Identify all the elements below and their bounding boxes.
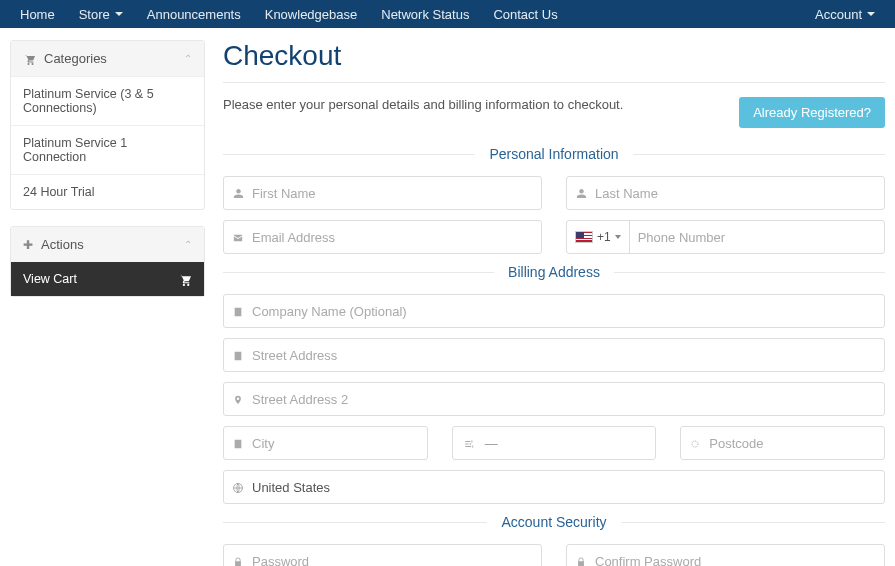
phone-code: +1 <box>597 230 611 244</box>
category-item[interactable]: Platinum Service (3 & 5 Connections) <box>11 76 204 125</box>
phone-input[interactable] <box>630 221 884 253</box>
sidebar: Categories ⌃ Platinum Service (3 & 5 Con… <box>10 40 205 566</box>
confirm-password-input[interactable] <box>595 545 884 566</box>
phone-field[interactable]: +1 <box>566 220 885 254</box>
nav-account[interactable]: Account <box>803 7 887 22</box>
envelope-icon <box>224 230 252 244</box>
page-subhead: Please enter your personal details and b… <box>223 97 623 112</box>
nav-store[interactable]: Store <box>67 7 135 22</box>
flag-us-icon <box>575 231 593 243</box>
nav-network-status[interactable]: Network Status <box>369 7 481 22</box>
nav-announcements[interactable]: Announcements <box>135 7 253 22</box>
categories-panel: Categories ⌃ Platinum Service (3 & 5 Con… <box>10 40 205 210</box>
lock-icon <box>224 554 252 566</box>
building-icon <box>224 436 252 450</box>
section-billing: Billing Address <box>223 264 885 280</box>
category-item[interactable]: 24 Hour Trial <box>11 174 204 209</box>
street1-field[interactable] <box>223 338 885 372</box>
email-field[interactable] <box>223 220 542 254</box>
street2-input[interactable] <box>252 383 884 415</box>
postcode-field[interactable] <box>680 426 885 460</box>
section-label: Personal Information <box>475 146 632 162</box>
last-name-input[interactable] <box>595 177 884 209</box>
city-input[interactable] <box>252 427 427 459</box>
building-icon <box>224 304 252 318</box>
confirm-password-field[interactable] <box>566 544 885 566</box>
user-icon <box>567 186 595 200</box>
country-select[interactable]: United States <box>223 470 885 504</box>
nav-account-label: Account <box>815 7 862 22</box>
svg-point-0 <box>692 441 698 447</box>
email-input[interactable] <box>252 221 541 253</box>
main-content: Checkout Please enter your personal deta… <box>223 40 885 566</box>
last-name-field[interactable] <box>566 176 885 210</box>
lock-icon <box>567 554 595 566</box>
company-field[interactable] <box>223 294 885 328</box>
country-value: United States <box>252 480 330 495</box>
cart-icon <box>23 52 36 66</box>
page-title: Checkout <box>223 40 885 83</box>
password-field[interactable] <box>223 544 542 566</box>
user-icon <box>224 186 252 200</box>
seal-icon <box>681 436 709 450</box>
view-cart-button[interactable]: View Cart <box>11 262 204 296</box>
sliders-icon <box>463 436 475 450</box>
postcode-input[interactable] <box>709 427 884 459</box>
top-navbar: Home Store Announcements Knowledgebase N… <box>0 0 895 28</box>
state-value: — <box>485 436 498 451</box>
nav-home[interactable]: Home <box>8 7 67 22</box>
city-field[interactable] <box>223 426 428 460</box>
plus-icon: ✚ <box>23 238 33 252</box>
nav-contact[interactable]: Contact Us <box>481 7 569 22</box>
categories-header[interactable]: Categories ⌃ <box>11 41 204 76</box>
section-personal: Personal Information <box>223 146 885 162</box>
already-registered-button[interactable]: Already Registered? <box>739 97 885 128</box>
view-cart-label: View Cart <box>23 272 77 286</box>
company-input[interactable] <box>252 295 884 327</box>
caret-down-icon <box>867 12 875 16</box>
actions-header[interactable]: ✚ Actions ⌃ <box>11 227 204 262</box>
categories-title: Categories <box>44 51 107 66</box>
building-icon <box>224 348 252 362</box>
actions-panel: ✚ Actions ⌃ View Cart <box>10 226 205 297</box>
first-name-input[interactable] <box>252 177 541 209</box>
category-item[interactable]: Platinum Service 1 Connection <box>11 125 204 174</box>
password-input[interactable] <box>252 545 541 566</box>
actions-title: Actions <box>41 237 84 252</box>
chevron-up-icon: ⌃ <box>184 53 192 64</box>
chevron-up-icon: ⌃ <box>184 239 192 250</box>
cart-icon <box>178 272 192 286</box>
phone-country-select[interactable]: +1 <box>567 221 630 253</box>
first-name-field[interactable] <box>223 176 542 210</box>
section-label: Billing Address <box>494 264 614 280</box>
nav-knowledgebase[interactable]: Knowledgebase <box>253 7 370 22</box>
street1-input[interactable] <box>252 339 884 371</box>
section-security: Account Security <box>223 514 885 530</box>
pin-icon <box>224 392 252 406</box>
state-select[interactable]: — <box>452 426 657 460</box>
street2-field[interactable] <box>223 382 885 416</box>
nav-store-label: Store <box>79 7 110 22</box>
section-label: Account Security <box>487 514 620 530</box>
globe-icon <box>224 480 252 494</box>
caret-down-icon <box>115 12 123 16</box>
caret-down-icon <box>615 235 621 239</box>
